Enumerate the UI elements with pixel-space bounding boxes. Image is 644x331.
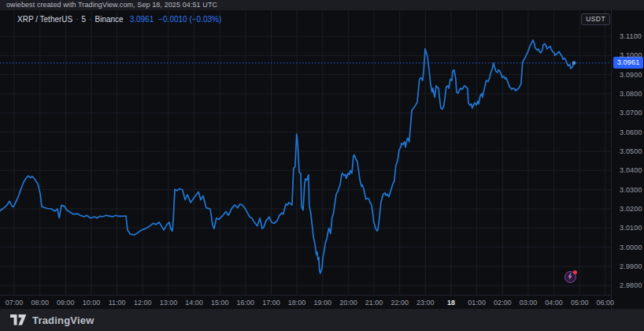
tradingview-logo-icon[interactable] <box>10 314 27 325</box>
legend-separator: · <box>89 15 91 24</box>
time-tick-label: 17:00 <box>257 296 284 310</box>
price-tick-label: 3.0300 <box>620 186 642 194</box>
time-tick-label: 22:00 <box>387 296 413 310</box>
attribution-text: owiebest created with TradingView.com, S… <box>6 1 217 9</box>
time-tick-label: 15:00 <box>206 296 233 310</box>
currency-badge[interactable]: USDT <box>581 13 610 25</box>
tradingview-snapshot: owiebest created with TradingView.com, S… <box>0 0 644 331</box>
price-tick-label: 3.0500 <box>620 147 642 155</box>
footer-bar: TradingView <box>0 309 644 331</box>
alert-dot <box>573 270 577 274</box>
interval-label[interactable]: 5 <box>82 15 87 24</box>
legend-change: −0.0010 (−0.03%) <box>158 15 221 24</box>
time-tick-label: 21:00 <box>361 296 387 310</box>
time-tick-label: 20:00 <box>335 296 361 310</box>
time-tick-label: 08:00 <box>27 296 54 310</box>
price-axis[interactable]: 3.0961 3.11003.10003.09003.08003.07003.0… <box>611 10 644 309</box>
tradingview-wordmark[interactable]: TradingView <box>32 314 94 326</box>
price-tick-label: 2.9900 <box>620 262 642 270</box>
exchange-label[interactable]: Binance <box>94 15 123 24</box>
attribution-bar: owiebest created with TradingView.com, S… <box>0 0 644 10</box>
price-tick-label: 3.1000 <box>620 51 642 59</box>
symbol-label[interactable]: XRP / TetherUS <box>17 15 72 24</box>
time-tick-label: 06:00 <box>592 296 619 310</box>
price-tick-label: 3.0200 <box>620 205 642 213</box>
event-marker-icon[interactable] <box>564 271 576 283</box>
chart-area[interactable]: XRP / TetherUS·5·Binance3.0961−0.0010 (−… <box>0 10 644 309</box>
time-tick-label: 18 <box>438 296 464 310</box>
legend-last-price: 3.0961 <box>130 15 154 24</box>
price-tick-label: 3.0700 <box>620 109 642 117</box>
time-tick-label: 13:00 <box>155 296 182 310</box>
time-tick-label: 02:00 <box>489 296 516 310</box>
time-tick-label: 23:00 <box>412 296 439 310</box>
time-tick-label: 09:00 <box>52 296 79 310</box>
price-tick-label: 3.0400 <box>620 166 642 174</box>
time-tick-label: 07:00 <box>1 296 28 310</box>
legend-separator: · <box>76 15 78 24</box>
price-tick-label: 3.0600 <box>620 128 642 136</box>
time-tick-label: 10:00 <box>78 296 105 310</box>
price-tick-label: 3.1100 <box>620 32 642 40</box>
price-tick-label: 3.0900 <box>620 71 642 79</box>
time-tick-label: 12:00 <box>129 296 156 310</box>
time-tick-label: 18:00 <box>283 296 310 310</box>
time-tick-label: 01:00 <box>464 296 490 310</box>
time-tick-label: 19:00 <box>309 296 336 310</box>
price-tick-label: 3.0800 <box>620 90 642 98</box>
time-axis[interactable]: 07:0008:0009:0010:0011:0012:0013:0014:00… <box>0 295 611 310</box>
time-tick-label: 05:00 <box>566 296 593 310</box>
time-tick-label: 04:00 <box>541 296 568 310</box>
price-tick-label: 2.9800 <box>620 281 642 289</box>
time-tick-label: 11:00 <box>104 296 131 310</box>
price-tick-label: 3.0100 <box>620 224 642 232</box>
time-tick-label: 14:00 <box>181 296 208 310</box>
time-tick-label: 16:00 <box>232 296 259 310</box>
price-tick-label: 3.0000 <box>620 244 642 251</box>
chart-legend[interactable]: XRP / TetherUS·5·Binance3.0961−0.0010 (−… <box>17 15 221 24</box>
time-tick-label: 03:00 <box>515 296 542 310</box>
price-line-chart[interactable] <box>0 10 611 295</box>
